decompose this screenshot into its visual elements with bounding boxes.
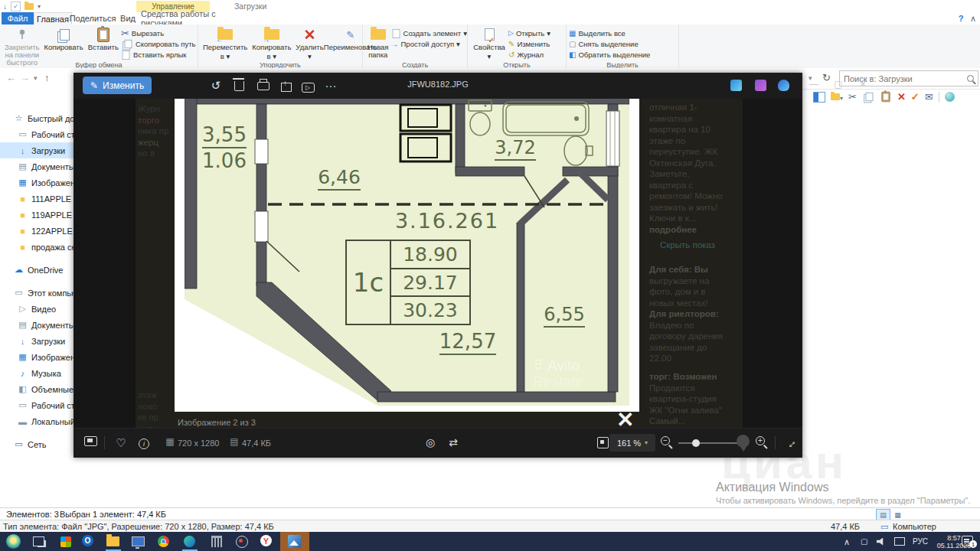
sidebar-item-videos[interactable]: ▷Видео <box>0 301 74 317</box>
tab-share[interactable]: Поделиться <box>70 12 115 24</box>
designer-app-icon[interactable] <box>730 80 742 91</box>
sidebar-item-pictures[interactable]: ▦Изображения <box>0 174 74 191</box>
sidebar-item-music[interactable]: ♪Музыка <box>0 365 74 381</box>
copy-button[interactable]: Копировать <box>42 26 86 52</box>
sidebar-item-pc-documents[interactable]: ▤Документы <box>0 317 74 333</box>
tab-home[interactable]: Главная <box>34 12 72 25</box>
favorite-heart-icon[interactable]: ♡ <box>113 436 129 450</box>
tray-chevron-icon[interactable]: ∧ <box>844 537 850 547</box>
zoom-out-icon[interactable]: − <box>660 435 674 449</box>
back-icon[interactable]: ← <box>6 72 16 83</box>
sidebar-item-122apple[interactable]: ■122APPLE <box>0 223 74 239</box>
copy-path-button[interactable]: Скопировать путь <box>121 39 196 49</box>
history-button[interactable]: ↺Журнал <box>508 50 550 60</box>
help-icon[interactable]: ? <box>956 12 966 24</box>
clipboard-icon[interactable] <box>881 92 890 102</box>
taskbar-chrome-icon[interactable] <box>157 535 170 548</box>
sidebar-item-downloads[interactable]: ↓Загрузки <box>0 142 74 158</box>
sidebar-item-this-pc[interactable]: ▭Этот компьютер <box>0 285 74 301</box>
invert-selection-button[interactable]: ◧Обратить выделение <box>569 50 650 60</box>
globe-icon[interactable] <box>945 92 955 102</box>
forward-icon[interactable]: → <box>20 72 30 83</box>
up-icon[interactable]: ↑ <box>44 72 50 83</box>
paste-button[interactable]: Вставить <box>86 26 121 52</box>
sidebar-item-prodazha[interactable]: ■продажа седова <box>0 239 74 255</box>
sidebar-item-local-disk[interactable]: ▬Локальный диск <box>0 413 74 429</box>
thumbnails-view-button[interactable]: ▦ <box>890 509 905 520</box>
properties-button[interactable]: ✓ Свойства ▾ <box>470 26 508 61</box>
zoom-slider[interactable] <box>678 442 744 444</box>
collapse-ribbon-icon[interactable]: ∧ <box>968 12 978 24</box>
sidebar-item-onedrive[interactable]: ☁OneDrive <box>0 262 74 278</box>
easy-access-button[interactable]: →Простой доступ▾ <box>391 39 467 49</box>
language-indicator[interactable]: РУС <box>913 537 928 546</box>
maximize-button[interactable]: ▢ <box>831 79 845 90</box>
new-item-button[interactable]: Создать элемент▾ <box>391 28 467 38</box>
folder-open-icon[interactable]: ▾ <box>831 91 843 103</box>
check-icon[interactable]: ✓ <box>911 91 920 103</box>
minimize-button[interactable]: — <box>807 79 821 90</box>
delete-button[interactable]: ✕ Удалить ▾ <box>293 26 325 61</box>
taskbar-photos-active[interactable] <box>280 532 309 551</box>
open-button[interactable]: ▷Открыть▾ <box>508 28 550 38</box>
ribbon-group-organize: ← Переместить в ▾ → Копировать в ▾ ✕ Уда… <box>198 24 363 70</box>
tray-app-icon[interactable]: ▢ <box>861 537 867 546</box>
taskbar-store-icon[interactable] <box>59 535 72 548</box>
new-folder-button[interactable]: Новая папка <box>365 26 391 60</box>
select-all-button[interactable]: ▦Выделить все <box>569 28 650 38</box>
zone-label: Компьютер <box>893 522 936 531</box>
edit-button[interactable]: ✎Изменить <box>508 39 550 49</box>
info-icon[interactable]: i <box>136 436 152 449</box>
volume-icon[interactable] <box>874 535 887 548</box>
cloud-app-icon[interactable] <box>778 80 789 91</box>
scissors-icon[interactable]: ✂ <box>848 91 857 103</box>
sidebar-item-3d-objects[interactable]: ◧Объемные объек <box>0 381 74 397</box>
panel-icon[interactable] <box>813 92 825 103</box>
taskbar-explorer-icon[interactable] <box>106 535 119 548</box>
copy-icon[interactable] <box>866 93 874 101</box>
taskbar-edge-icon[interactable] <box>183 535 196 548</box>
sidebar-item-network[interactable]: ▭Сеть <box>0 436 74 452</box>
checkbox-icon[interactable]: ✓ <box>11 2 21 11</box>
sidebar-item-desktop[interactable]: ▭Рабочий стол <box>0 126 74 142</box>
select-none-button[interactable]: ▢Снять выделение <box>569 39 650 49</box>
sidebar-item-111apple[interactable]: ■111APPLE <box>0 191 74 207</box>
delete-x-icon[interactable]: ✕ <box>897 91 906 103</box>
taskbar-yandex-icon[interactable]: Y <box>260 535 272 546</box>
tab-picture-tools[interactable]: Средства работы с рисунками <box>141 12 256 24</box>
zoom-level-dropdown[interactable]: 161 % ▾ <box>609 434 655 452</box>
sidebar-item-pc-desktop[interactable]: ▭Рабочий стол <box>0 397 74 413</box>
tab-view[interactable]: Вид <box>115 12 141 24</box>
mail-icon[interactable]: ✉ <box>925 91 933 103</box>
taskbar-pc-icon[interactable] <box>132 535 145 548</box>
sidebar-item-documents[interactable]: ▤Документы <box>0 158 74 174</box>
taskbar-bank-icon[interactable] <box>210 535 223 548</box>
fullscreen-icon[interactable]: ↔ <box>782 436 798 449</box>
zoom-in-icon[interactable]: + <box>755 435 769 449</box>
clipchamp-app-icon[interactable] <box>755 80 766 91</box>
move-to-button[interactable]: ← Переместить в ▾ <box>201 26 250 61</box>
tab-file[interactable]: Файл <box>2 12 34 24</box>
compare-icon[interactable]: ⇄ <box>446 436 461 448</box>
sidebar-item-119apple[interactable]: ■119APPLE <box>0 207 74 223</box>
refresh-icon[interactable]: ↻ <box>822 72 831 83</box>
task-view-button[interactable] <box>32 535 45 548</box>
taskbar-recorder-icon[interactable] <box>235 535 248 548</box>
fit-to-window-icon[interactable] <box>597 437 609 448</box>
sidebar-item-quick-access[interactable]: ☆Быстрый доступ <box>0 110 74 126</box>
nav-chevron-icon[interactable]: ▾ <box>34 74 38 82</box>
close-button[interactable]: ✕ <box>856 79 870 90</box>
qat-chevron-icon[interactable]: ▾ <box>38 3 41 10</box>
taskbar-outlook-icon[interactable]: O <box>82 535 93 546</box>
sidebar-item-pc-pictures[interactable]: ▦Изображения <box>0 349 74 365</box>
cut-button[interactable]: ✂Вырезать <box>121 28 196 38</box>
copy-to-button[interactable]: → Копировать в ▾ <box>250 26 293 61</box>
sidebar-item-pc-downloads[interactable]: ↓Загрузки <box>0 333 74 349</box>
details-view-button[interactable]: ▤ <box>876 509 890 520</box>
zoom-slider-thumb[interactable] <box>692 439 700 447</box>
paste-shortcut-button[interactable]: Вставить ярлык <box>121 50 196 60</box>
spot-fix-icon[interactable]: ◎ <box>423 436 438 448</box>
network-icon[interactable] <box>893 535 906 548</box>
filmstrip-icon[interactable] <box>83 436 98 448</box>
start-button[interactable] <box>6 534 21 549</box>
